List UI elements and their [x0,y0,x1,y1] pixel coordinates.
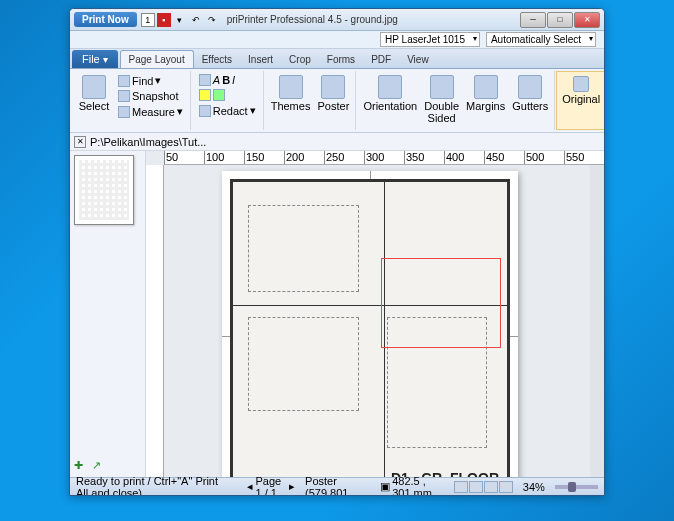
highlight-button[interactable] [196,88,259,102]
file-tab[interactable]: File ▾ [72,50,118,68]
gutters-icon [518,75,542,99]
print-now-button[interactable]: Print Now [74,12,137,27]
font-style-buttons[interactable]: A B I [196,73,259,87]
undo-icon[interactable]: ↶ [189,13,203,27]
document-path-bar: ✕ P:\Pelikan\Images\Tut... [70,133,604,151]
status-ready: Ready to print / Ctrl+"A" Print All and … [76,475,227,497]
move-page-icon[interactable]: ↗ [92,459,106,473]
ruler-icon [118,106,130,118]
double-sided-button[interactable]: Double Sided [422,73,461,126]
page-preview[interactable]: D1 - GR. FLOOR [222,171,518,477]
maximize-button[interactable]: □ [547,12,573,28]
quick-access-toolbar: 1 ▪ ▾ ↶ ↷ [141,13,219,27]
selection-box [381,258,501,348]
page-thumbnail[interactable] [74,155,134,225]
cursor-icon [82,75,106,99]
one-page-button[interactable]: One Page [604,74,605,123]
poster-icon [321,75,345,99]
app-window: Print Now 1 ▪ ▾ ↶ ↷ priPrinter Professio… [69,8,605,496]
gutters-button[interactable]: Gutters [510,73,550,114]
margins-icon [474,75,498,99]
themes-icon [279,75,303,99]
redact-icon [199,105,211,117]
tab-view[interactable]: View [399,51,437,68]
floorplan-label: D1 - GR. FLOOR [391,470,499,477]
find-button[interactable]: Find ▾ [115,73,186,88]
ribbon-tabs: File ▾ Page Layout Effects Insert Crop F… [70,49,604,69]
tab-crop[interactable]: Crop [281,51,319,68]
orientation-icon [378,75,402,99]
original-button[interactable]: Original [561,74,601,107]
orientation-button[interactable]: Orientation [361,73,419,114]
thumbnail-panel: ✚ ↗ [70,151,146,477]
poster-button[interactable]: Poster [315,73,351,114]
themes-button[interactable]: Themes [269,73,313,114]
original-icon [573,76,589,92]
status-coords: ▣ 482.5 , 301 mm [380,475,444,497]
document-path: P:\Pelikan\Images\Tut... [90,136,206,148]
printer-bar: HP LaserJet 1015 Automatically Select [70,31,604,49]
measure-button[interactable]: Measure ▾ [115,104,186,119]
zoom-level: 34% [523,481,545,493]
floorplan-image: D1 - GR. FLOOR [230,179,510,477]
margins-button[interactable]: Margins [464,73,507,114]
close-button[interactable]: ✕ [574,12,600,28]
tab-page-layout[interactable]: Page Layout [120,50,194,68]
tab-forms[interactable]: Forms [319,51,363,68]
status-page: ◂ Page 1 / 1 ▸ [247,475,295,497]
redact-button[interactable]: Redact ▾ [196,103,259,118]
find-icon [118,75,130,87]
printer-select[interactable]: HP LaserJet 1015 [380,32,480,47]
close-doc-icon[interactable]: ✕ [74,136,86,148]
duplex-icon [430,75,454,99]
zoom-slider[interactable] [555,485,598,489]
redo-icon[interactable]: ↷ [205,13,219,27]
select-button[interactable]: Select [76,73,112,114]
ribbon: Select Find ▾ Snapshot Measure ▾ A B I R… [70,69,604,133]
horizontal-ruler: 50100 150200 250300 350400 450500 550 [164,151,604,165]
tab-insert[interactable]: Insert [240,51,281,68]
paper-source-select[interactable]: Automatically Select [486,32,596,47]
vertical-ruler [146,165,164,477]
workspace: ✚ ↗ 50100 150200 250300 350400 450500 55… [70,151,604,477]
page-counter: 1 [141,13,155,27]
add-page-icon[interactable]: ✚ [74,459,88,473]
window-title: priPrinter Professional 4.5 - ground.jpg [223,14,516,25]
status-bar: Ready to print / Ctrl+"A" Print All and … [70,477,604,495]
tab-pdf[interactable]: PDF [363,51,399,68]
canvas[interactable]: 50100 150200 250300 350400 450500 550 [146,151,604,477]
qat-dropdown-icon[interactable]: ▾ [173,13,187,27]
camera-icon [118,90,130,102]
status-poster: Poster (579,801 ... [305,475,370,497]
minimize-button[interactable]: ─ [520,12,546,28]
pdf-icon[interactable]: ▪ [157,13,171,27]
snapshot-button[interactable]: Snapshot [115,89,186,103]
view-mode-buttons[interactable] [454,481,513,493]
tab-effects[interactable]: Effects [194,51,240,68]
titlebar: Print Now 1 ▪ ▾ ↶ ↷ priPrinter Professio… [70,9,604,31]
vertical-scrollbar[interactable] [590,165,604,477]
